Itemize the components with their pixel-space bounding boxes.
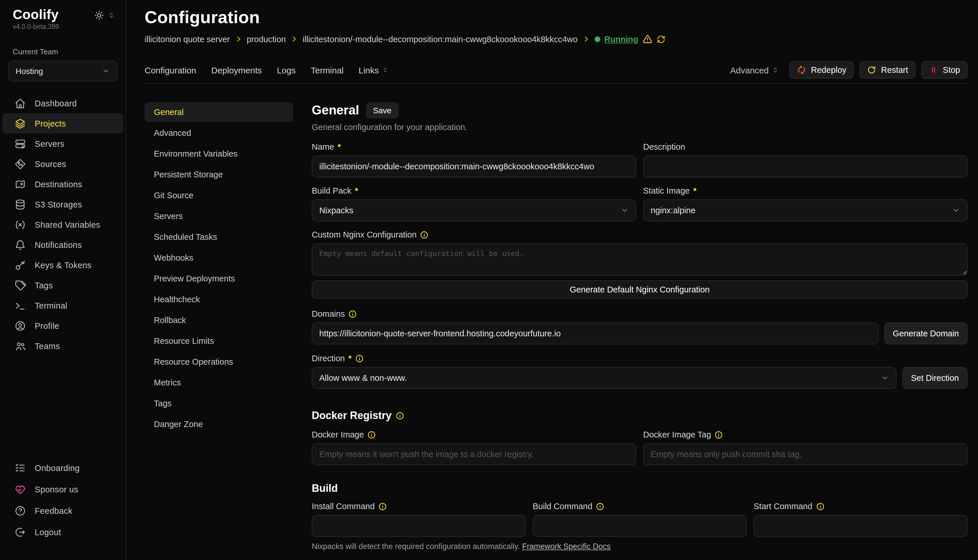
- subnav-general[interactable]: General: [145, 102, 293, 122]
- sidebar-item-sources[interactable]: Sources: [2, 154, 123, 174]
- tab-logs[interactable]: Logs: [277, 65, 296, 75]
- subnav-resource-operations[interactable]: Resource Operations: [145, 352, 293, 372]
- nixpacks-note: Nixpacks will detect the required config…: [312, 542, 968, 551]
- team-select[interactable]: Hosting: [8, 61, 117, 82]
- subnav-preview-deployments[interactable]: Preview Deployments: [145, 269, 293, 288]
- save-button[interactable]: Save: [366, 102, 398, 118]
- sidebar-nav: Dashboard Projects Servers Sources Desti…: [0, 93, 125, 356]
- sidebar-item-shared-variables[interactable]: Shared Variables: [2, 215, 123, 235]
- restart-button[interactable]: Restart: [860, 61, 916, 78]
- bell-icon: [15, 239, 26, 251]
- subnav-persistent-storage[interactable]: Persistent Storage: [145, 165, 293, 184]
- logout-icon: [15, 526, 26, 538]
- status-badge: Running: [594, 34, 665, 44]
- sidebar-item-onboarding[interactable]: Onboarding: [2, 457, 123, 478]
- static-image-select[interactable]: nginx:alpine: [643, 199, 968, 221]
- sidebar-item-servers[interactable]: Servers: [2, 134, 123, 154]
- info-icon[interactable]: [816, 502, 824, 511]
- subnav-advanced[interactable]: Advanced: [145, 123, 293, 143]
- subnav-healthcheck[interactable]: Healthcheck: [145, 290, 293, 309]
- subnav-rollback[interactable]: Rollback: [145, 310, 293, 330]
- docker-image-tag-field: Docker Image Tag: [643, 430, 968, 465]
- chevron-right-icon: [582, 35, 590, 43]
- subnav-environment-variables[interactable]: Environment Variables: [145, 144, 293, 163]
- sidebar-item-profile[interactable]: Profile: [2, 316, 123, 336]
- tab-deployments[interactable]: Deployments: [211, 65, 262, 75]
- install-command-input[interactable]: [312, 515, 526, 537]
- sidebar-item-s3-storages[interactable]: S3 Storages: [2, 195, 123, 215]
- theme-toggle-sun-icon[interactable]: [94, 10, 104, 20]
- info-icon[interactable]: [596, 502, 604, 511]
- description-input[interactable]: [643, 155, 968, 177]
- status-running-link[interactable]: Running: [604, 34, 638, 43]
- set-direction-button[interactable]: Set Direction: [902, 367, 968, 389]
- warning-icon[interactable]: [642, 34, 652, 44]
- domains-input[interactable]: [312, 322, 878, 345]
- sidebar-item-feedback[interactable]: Feedback: [2, 500, 123, 521]
- info-icon[interactable]: [396, 412, 404, 420]
- subnav-scheduled-tasks[interactable]: Scheduled Tasks: [145, 227, 293, 247]
- main-content: Configuration illicitonion quote server …: [126, 0, 978, 560]
- info-icon[interactable]: [420, 230, 429, 239]
- chevrons-up-down-icon: [772, 66, 779, 74]
- chevron-down-icon: [620, 206, 629, 214]
- name-input[interactable]: [312, 155, 636, 177]
- subnav-metrics[interactable]: Metrics: [145, 373, 293, 392]
- sidebar-item-keys-tokens[interactable]: Keys & Tokens: [2, 255, 123, 275]
- status-dot: [594, 36, 600, 42]
- subnav-servers[interactable]: Servers: [145, 206, 293, 226]
- info-icon[interactable]: [348, 310, 357, 318]
- custom-nginx-textarea[interactable]: [312, 243, 968, 276]
- git-source-icon: [15, 158, 26, 170]
- subnav-tags[interactable]: Tags: [145, 393, 293, 413]
- sidebar-item-destinations[interactable]: Destinations: [2, 174, 123, 195]
- stop-button[interactable]: Stop: [921, 61, 968, 78]
- subnav-danger-zone[interactable]: Danger Zone: [145, 414, 293, 434]
- build-section-title: Build: [312, 483, 968, 495]
- map-icon: [15, 178, 26, 190]
- required-mark: *: [338, 142, 341, 152]
- sidebar-item-projects[interactable]: Projects: [2, 113, 123, 134]
- docker-image-input[interactable]: [312, 443, 636, 465]
- info-icon[interactable]: [368, 430, 376, 439]
- tab-terminal[interactable]: Terminal: [311, 65, 344, 75]
- subnav-webhooks[interactable]: Webhooks: [145, 248, 293, 268]
- framework-docs-link[interactable]: Framework Specific Docs: [522, 542, 610, 551]
- breadcrumb-project[interactable]: illicitonion quote server: [145, 34, 230, 43]
- start-command-input[interactable]: [754, 515, 968, 537]
- breadcrumb-application[interactable]: illicitestonion/-module--decomposition:m…: [303, 34, 577, 43]
- sidebar-item-teams[interactable]: Teams: [2, 336, 123, 356]
- advanced-dropdown[interactable]: Advanced: [730, 65, 779, 75]
- tab-links[interactable]: Links: [359, 65, 389, 75]
- user-circle-icon: [15, 320, 26, 332]
- info-icon[interactable]: [355, 354, 364, 363]
- info-icon[interactable]: [378, 502, 387, 511]
- refresh-icon[interactable]: [656, 34, 665, 43]
- sidebar-item-logout[interactable]: Logout: [2, 521, 123, 543]
- info-icon[interactable]: [715, 430, 723, 439]
- chevrons-up-down-icon: [382, 67, 389, 73]
- sidebar-collapse-icon[interactable]: [107, 12, 115, 19]
- sidebar-item-dashboard[interactable]: Dashboard: [2, 93, 123, 113]
- direction-select[interactable]: Allow www & non-www.: [312, 367, 896, 389]
- sidebar-item-tags[interactable]: Tags: [2, 275, 123, 296]
- breadcrumb-environment[interactable]: production: [247, 34, 286, 43]
- layers-icon: [15, 118, 26, 130]
- build-pack-select[interactable]: Nixpacks: [312, 199, 636, 221]
- build-command-input[interactable]: [533, 515, 747, 537]
- generate-nginx-button[interactable]: Generate Default Nginx Configuration: [312, 280, 968, 299]
- sidebar-item-notifications[interactable]: Notifications: [2, 235, 123, 255]
- subnav-resource-limits[interactable]: Resource Limits: [145, 331, 293, 351]
- subnav-git-source[interactable]: Git Source: [145, 185, 293, 205]
- generate-domain-button[interactable]: Generate Domain: [884, 322, 968, 345]
- redeploy-button[interactable]: Redeploy: [789, 61, 854, 78]
- tab-configuration[interactable]: Configuration: [145, 65, 196, 75]
- sidebar-item-terminal[interactable]: Terminal: [2, 296, 123, 316]
- users-icon: [15, 340, 26, 352]
- terminal-icon: [15, 300, 26, 312]
- general-form: General Save General configuration for y…: [312, 102, 968, 560]
- sidebar-item-sponsor-us[interactable]: Sponsor us: [2, 478, 123, 500]
- docker-image-tag-input[interactable]: [643, 443, 968, 465]
- restart-icon: [867, 65, 876, 75]
- start-command-field: Start Command: [754, 502, 968, 537]
